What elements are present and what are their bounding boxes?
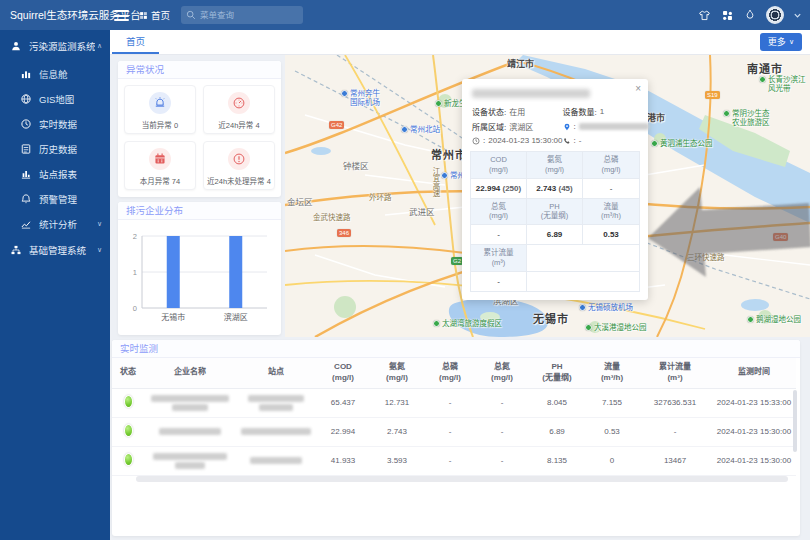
alert-card-1[interactable]: 近24h异常 4	[203, 85, 275, 134]
value-cell: 65.437	[316, 388, 370, 417]
gauge-icon	[228, 92, 250, 114]
popup-col-header: 累计流量(m³)	[471, 245, 527, 272]
map-label: 长青沙滨江风光带	[759, 75, 806, 93]
alert-card-2[interactable]: 本月异常 74	[124, 141, 196, 190]
app: Squirrel生态环境云服务平台 首页	[0, 0, 810, 540]
alert-cards: 当前异常 0近24h异常 4本月异常 74近24h未处理异常 4	[118, 79, 281, 196]
road-number-badge: G40	[773, 233, 788, 241]
redacted-text	[153, 453, 227, 460]
realtime-monitor-title: 实时监测	[112, 340, 800, 358]
sidebar-item-realtime-data[interactable]: 实时数据	[0, 111, 110, 136]
pin-icon	[563, 123, 571, 131]
station-poi-icon	[401, 126, 408, 133]
map-label: 黄泗浦生态公园	[651, 139, 713, 148]
map-label: 太湖湾旅游度假区	[433, 319, 502, 328]
chevron-down-icon[interactable]	[793, 8, 802, 22]
infochart-icon	[20, 68, 32, 80]
popup-field-label: 所属区域:	[472, 121, 506, 132]
popup-field-separator: :	[574, 122, 576, 131]
popup-field-value: 2024-01-23 15:30:00	[488, 136, 562, 145]
sitemap-icon	[10, 244, 22, 256]
popup-col-header: COD(mg/l)	[471, 152, 527, 179]
popup-table-header-row: 累计流量(m³)	[471, 245, 639, 272]
topbar-actions	[697, 0, 802, 30]
phone-icon	[563, 137, 571, 145]
popup-field-separator: :	[574, 136, 576, 145]
value-cell: 22.994	[316, 417, 370, 446]
col-header: 总氮(mg/l)	[476, 358, 528, 388]
sidebar-item-pollution-monitor[interactable]: 污染源监测系统∧	[0, 30, 110, 61]
redacted-text	[172, 404, 208, 411]
history-icon	[20, 143, 32, 155]
popup-field-value: 在用	[509, 106, 525, 117]
sidebar-item-label: 实时数据	[39, 117, 102, 131]
status-dot	[124, 424, 133, 437]
value-cell: 7.155	[586, 388, 638, 417]
airport-poi-icon	[341, 90, 348, 97]
trend-icon	[20, 218, 32, 230]
redacted-text	[259, 404, 293, 411]
park-poi-icon	[723, 110, 730, 117]
user-avatar[interactable]	[766, 6, 784, 24]
popup-table-header-row: 总氮(mg/l)PH(无量纲)流量(m³/h)	[471, 199, 639, 226]
monitor-table-header-row: 状态企业名称站点COD(mg/l)氨氮(mg/l)总磷(mg/l)总氮(mg/l…	[112, 358, 796, 388]
hamburger-menu-icon[interactable]	[114, 10, 129, 21]
svg-text:1: 1	[133, 268, 137, 277]
site-cell	[236, 446, 316, 475]
popup-cell-value: -	[583, 179, 639, 199]
value-cell: 327636.531	[638, 388, 712, 417]
col-header: 企业名称	[144, 358, 236, 388]
alert-card-0[interactable]: 当前异常 0	[124, 85, 196, 134]
abnormal-status-title: 异常状况	[118, 61, 281, 79]
alert-card-3[interactable]: 近24h未处理异常 4	[203, 141, 275, 190]
horizontal-scrollbar[interactable]	[136, 476, 788, 482]
layout-widgets-icon[interactable]	[720, 8, 734, 22]
map-label: 大溪港湿地公园	[585, 323, 647, 332]
breadcrumb-home[interactable]: 首页	[139, 0, 170, 30]
sidebar-item-basic-mgmt[interactable]: 基础管理系统∨	[0, 236, 110, 263]
table-row[interactable]: 41.9333.593--8.1350134672024-01-23 15:30…	[112, 446, 796, 475]
popup-field-value: -	[579, 136, 582, 145]
col-header: 流量(m³/h)	[586, 358, 638, 388]
table-row[interactable]: 65.43712.731--8.0457.155327636.5312024-0…	[112, 388, 796, 417]
sidebar-item-station-report[interactable]: 站点报表	[0, 161, 110, 186]
value-cell: -	[476, 417, 528, 446]
status-dot	[124, 453, 133, 466]
flame-icon[interactable]	[743, 8, 757, 22]
popup-col-header: 氨氮(mg/l)	[527, 152, 583, 179]
menu-search[interactable]	[181, 6, 303, 24]
close-icon[interactable]: ×	[635, 84, 641, 94]
vertical-scrollbar[interactable]	[793, 390, 797, 452]
sidebar-item-label: 基础管理系统	[29, 243, 95, 257]
value-cell: 41.933	[316, 446, 370, 475]
globe-icon	[20, 93, 32, 105]
value-cell: 0	[586, 446, 638, 475]
sidebar-item-history-data[interactable]: 历史数据	[0, 136, 110, 161]
tab-home[interactable]: 首页	[112, 30, 159, 54]
redacted-text	[250, 457, 302, 464]
chevron-down-icon: ∨	[97, 246, 102, 254]
station-poi-icon	[441, 172, 448, 179]
value-cell: 2.743	[370, 417, 424, 446]
value-cell: 2024-01-23 15:30:00	[712, 417, 796, 446]
map-label: 靖江市	[507, 59, 534, 70]
sidebar-item-label: 站点报表	[39, 167, 102, 181]
value-cell: -	[424, 417, 476, 446]
map[interactable]: 靖江市南通市张家港市常州市钟楼区武进区金坛区无锡市滨湖区外环路江宜高速金武快速路…	[285, 55, 810, 337]
popup-field-separator: :	[483, 136, 485, 145]
sidebar-item-warning-mgmt[interactable]: 预警管理	[0, 186, 110, 211]
more-button[interactable]: 更多 ∨	[760, 33, 802, 51]
map-label: 常阴沙生态农业旅游区	[723, 109, 770, 127]
col-header: 氨氮(mg/l)	[370, 358, 424, 388]
sidebar-item-info-cabin[interactable]: 信息舱	[0, 61, 110, 86]
theme-skin-icon[interactable]	[697, 8, 711, 22]
table-row[interactable]: 22.9942.743--6.890.53-2024-01-23 15:30:0…	[112, 417, 796, 446]
sidebar-item-stats-analysis[interactable]: 统计分析∨	[0, 211, 110, 236]
map-label: 常州奔牛国际机场	[341, 89, 380, 107]
park-poi-icon	[747, 316, 754, 323]
road-number-badge: 346	[337, 229, 351, 237]
sidebar-item-label: 统计分析	[39, 217, 95, 231]
sidebar-item-label: 信息舱	[39, 67, 102, 81]
sidebar-item-gis-map[interactable]: GIS地图	[0, 86, 110, 111]
search-input[interactable]	[200, 10, 298, 20]
